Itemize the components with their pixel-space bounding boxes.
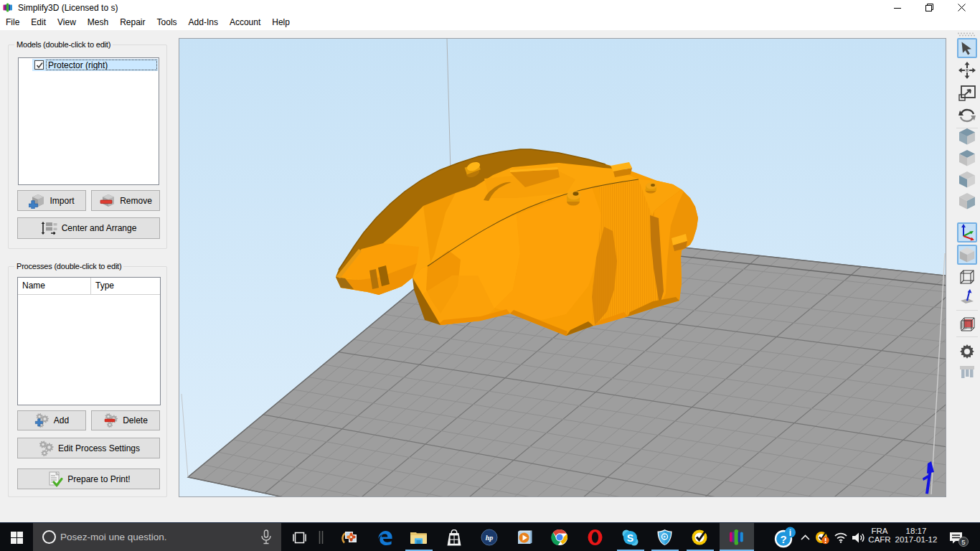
svg-text:S: S [626, 532, 633, 543]
chevron-up-icon [801, 534, 810, 540]
view-front[interactable] [957, 169, 977, 189]
close-button[interactable] [946, 0, 978, 15]
work-area: Models (double-click to edit) Protector … [0, 30, 980, 522]
processes-group: Processes (double-click to edit) Name Ty… [8, 266, 167, 497]
hp-support-icon: ? i [774, 526, 797, 549]
add-process-button[interactable]: Add [17, 410, 86, 430]
windows-logo-icon [11, 532, 23, 544]
screen: Simplify3D (Licensed to s) File Edit Vie… [0, 0, 980, 551]
machine-control-panel[interactable] [957, 362, 977, 382]
models-group-title: Models (double-click to edit) [14, 40, 113, 49]
tool-translate[interactable] [957, 60, 977, 80]
clock[interactable]: 18:17 2017-01-12 [894, 527, 938, 544]
microphone-icon[interactable] [261, 529, 271, 545]
menu-account[interactable]: Account [224, 15, 266, 30]
photos-icon [341, 530, 358, 545]
menu-view[interactable]: View [52, 15, 82, 30]
import-button[interactable]: Import [17, 190, 86, 211]
machine-settings-gear[interactable] [957, 342, 977, 362]
taskbar-security-shield[interactable] [649, 523, 680, 551]
taskbar-simplify3d[interactable] [720, 523, 754, 551]
taskbar-skype[interactable]: S [614, 523, 646, 551]
processes-group-title: Processes (double-click to edit) [14, 262, 123, 270]
delete-process-button[interactable]: Delete [91, 410, 160, 430]
model-visibility-checkbox[interactable] [34, 60, 44, 70]
search-placeholder: Posez-moi une question. [60, 523, 167, 551]
svg-text:hp: hp [486, 534, 494, 542]
column-type: Type [91, 278, 114, 294]
models-list[interactable]: Protector (right) [18, 57, 159, 185]
minimize-button[interactable] [881, 0, 913, 15]
menu-tools[interactable]: Tools [151, 15, 183, 30]
store-icon [446, 529, 462, 546]
language-indicator[interactable]: FRA CAFR [868, 527, 891, 544]
cortana-icon [42, 530, 56, 544]
tray-norton-alert[interactable] [811, 523, 833, 551]
view-isometric[interactable] [957, 126, 977, 146]
restore-button[interactable] [913, 0, 946, 15]
view-side[interactable] [957, 191, 977, 211]
language-line1: FRA [868, 527, 891, 535]
taskbar-file-explorer[interactable] [402, 523, 434, 551]
tool-rotate[interactable] [957, 105, 977, 126]
menu-help[interactable]: Help [266, 15, 296, 30]
edit-process-settings-label: Edit Process Settings [58, 443, 140, 453]
menu-bar: File Edit View Mesh Repair Tools Add-Ins… [0, 15, 980, 30]
add-process-button-label: Add [54, 415, 69, 425]
viewport-3d[interactable] [179, 38, 946, 497]
norton-icon [691, 529, 708, 546]
taskbar-store[interactable] [438, 523, 470, 551]
volume-icon [852, 532, 866, 544]
skype-icon: S [621, 529, 639, 547]
tray-volume[interactable] [848, 523, 870, 551]
remove-button-label: Remove [120, 196, 152, 206]
model-post-center [567, 191, 581, 206]
center-arrange-icon [41, 221, 58, 235]
toolbar-separator [956, 310, 978, 311]
start-button[interactable] [0, 523, 33, 551]
delete-gears-icon [103, 413, 119, 428]
taskbar-photos[interactable] [334, 523, 365, 551]
model-list-item[interactable]: Protector (right) [19, 59, 158, 71]
menu-repair[interactable]: Repair [114, 15, 151, 30]
prepare-to-print-button[interactable]: Prepare to Print! [17, 468, 160, 489]
center-arrange-button[interactable]: Center and Arrange [17, 217, 160, 239]
notification-badge: 5 [958, 537, 969, 547]
file-explorer-icon [410, 530, 428, 545]
remove-button[interactable]: Remove [91, 190, 160, 211]
media-player-icon [517, 529, 533, 546]
clock-time: 18:17 [894, 527, 938, 535]
opera-icon [587, 529, 603, 546]
taskbar-hp[interactable]: hp [473, 523, 505, 551]
view-top[interactable] [957, 148, 977, 168]
render-solid[interactable] [957, 245, 977, 265]
menu-mesh[interactable]: Mesh [82, 15, 114, 30]
tool-select-arrow[interactable] [957, 38, 977, 58]
taskbar-norton[interactable] [684, 523, 715, 551]
wifi-icon [834, 532, 847, 543]
surface-normals[interactable] [957, 288, 977, 308]
processes-table[interactable]: Name Type [17, 277, 161, 405]
taskbar-chrome[interactable] [544, 523, 575, 551]
menu-edit[interactable]: Edit [25, 15, 52, 30]
task-view-icon [293, 532, 306, 544]
taskbar-media-player[interactable] [509, 523, 540, 551]
edit-process-settings-button[interactable]: Edit Process Settings [17, 438, 160, 458]
menu-file[interactable]: File [0, 15, 25, 30]
import-button-label: Import [50, 196, 74, 206]
edge-icon [377, 529, 393, 546]
chrome-icon [551, 529, 568, 546]
toolbar-separator [956, 336, 978, 337]
cross-section[interactable] [957, 315, 977, 335]
menu-add-ins[interactable]: Add-Ins [183, 15, 224, 30]
toggle-axes[interactable] [957, 222, 977, 242]
norton-alert-icon [815, 530, 830, 545]
task-view-button[interactable] [283, 523, 315, 551]
svg-text:i: i [789, 528, 791, 538]
render-wireframe[interactable] [957, 267, 977, 287]
tool-scale[interactable] [957, 83, 977, 103]
model-post-right [646, 183, 657, 194]
cortana-search-box[interactable]: Posez-moi une question. [33, 523, 281, 551]
taskbar-edge[interactable] [369, 523, 400, 551]
taskbar-opera[interactable] [579, 523, 611, 551]
